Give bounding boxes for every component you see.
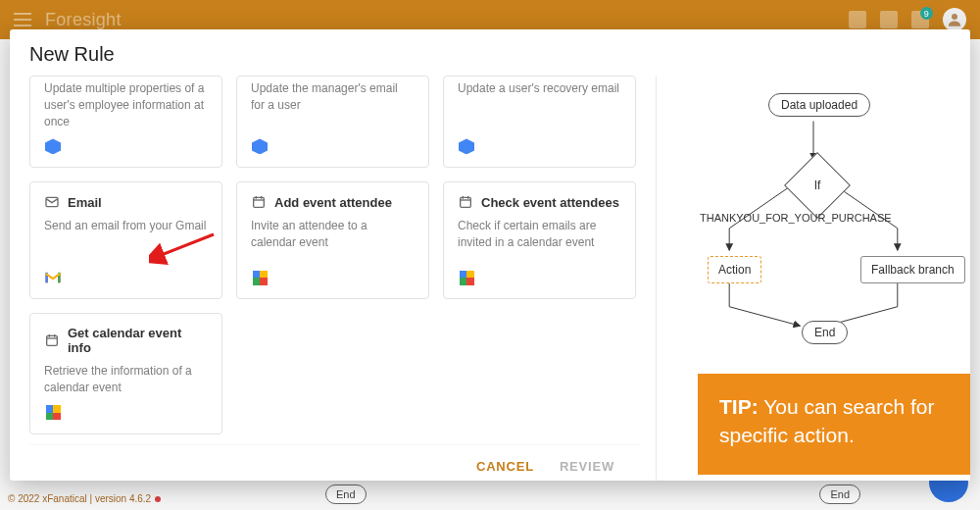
flow-end-node[interactable]: End (802, 321, 848, 344)
user-avatar[interactable] (943, 8, 966, 31)
google-calendar-icon (44, 404, 62, 422)
tip-callout: TIP: You can search for specific action. (698, 374, 970, 475)
card-description: Check if certain emails are invited in a… (458, 218, 621, 261)
notification-count-badge: 9 (920, 7, 933, 20)
card-description: Invite an attendee to a calendar event (251, 218, 415, 261)
calendar-icon (458, 194, 473, 210)
flow-action-node[interactable]: Action (708, 256, 761, 283)
notifications-icon[interactable]: 9 (911, 11, 929, 28)
actions-list-pane[interactable]: Update multiple properties of a user's e… (10, 76, 657, 481)
svg-point-0 (952, 14, 957, 20)
google-admin-icon (458, 137, 475, 155)
new-rule-modal: New Rule Update multiple properties of a… (10, 29, 970, 481)
topbar-action-icon[interactable] (880, 11, 898, 28)
svg-rect-10 (47, 336, 58, 346)
card-description: Update a user's recovery email (458, 80, 621, 129)
canvas-end-node: End (819, 484, 860, 504)
topbar-action-icon[interactable] (849, 11, 866, 28)
menu-icon[interactable] (14, 13, 31, 26)
gmail-icon (44, 269, 62, 286)
card-title: Get calendar event info (68, 326, 208, 355)
google-calendar-icon (458, 269, 475, 286)
modal-title: New Rule (10, 29, 970, 76)
google-calendar-icon (251, 269, 269, 286)
svg-rect-2 (254, 198, 265, 208)
card-description: Update the manager's email for a user (251, 80, 415, 129)
app-footer-copyright: © 2022 xFanatical | version 4.6.2 (8, 493, 161, 504)
card-description: Retrieve the information of a calendar e… (44, 363, 208, 396)
calendar-icon (44, 332, 60, 348)
flow-branch-label: THANKYOU_FOR_YOUR_PURCHASE (700, 212, 892, 224)
canvas-end-node: End (325, 484, 367, 504)
tip-label: TIP: (719, 395, 759, 418)
card-title: Email (68, 195, 102, 210)
flow-preview-pane: Data uploaded If THANKYOU_FOR_YOUR_PURCH… (657, 76, 970, 481)
svg-rect-6 (461, 198, 471, 208)
app-title: Foresight (45, 10, 122, 30)
card-title: Add event attendee (274, 195, 392, 210)
action-card[interactable]: EmailSend an email from your Gmail (29, 181, 222, 299)
review-button[interactable]: REVIEW (558, 455, 616, 478)
card-description: Update multiple properties of a user's e… (44, 80, 208, 129)
action-card[interactable]: Get calendar event infoRetrieve the info… (29, 313, 222, 434)
flow-start-node[interactable]: Data uploaded (768, 93, 870, 117)
mail-icon (44, 194, 60, 210)
card-description: Send an email from your Gmail (44, 218, 208, 261)
calendar-icon (251, 194, 267, 210)
action-card[interactable]: Add event attendeeInvite an attendee to … (236, 181, 429, 299)
action-card[interactable]: Check event attendeesCheck if certain em… (443, 181, 636, 299)
cancel-button[interactable]: CANCEL (474, 455, 536, 478)
google-admin-icon (251, 137, 269, 155)
google-admin-icon (44, 137, 62, 155)
card-title: Check event attendees (481, 195, 619, 210)
flow-fallback-node[interactable]: Fallback branch (860, 256, 965, 283)
action-card[interactable]: Update a user's recovery email (443, 76, 636, 168)
action-card[interactable]: Update the manager's email for a user (236, 76, 429, 168)
action-card[interactable]: Update multiple properties of a user's e… (29, 76, 222, 168)
